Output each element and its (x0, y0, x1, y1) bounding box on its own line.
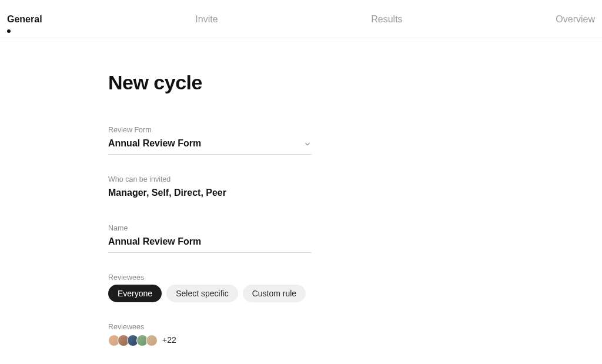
field-reviewees-list: Reviewees +22 (108, 322, 494, 346)
step-results[interactable]: Results (371, 13, 402, 32)
step-label: Overview (556, 14, 595, 24)
reviewees-avatars[interactable]: +22 (108, 335, 494, 346)
reviewees-mode-options: Everyone Select specific Custom rule (108, 285, 494, 302)
reviewees-option-everyone[interactable]: Everyone (108, 285, 162, 302)
field-name: Name Annual Review Form (108, 223, 494, 253)
main-form: New cycle Review Form Annual Review Form… (108, 38, 494, 364)
reviewees-option-custom-rule[interactable]: Custom rule (243, 285, 306, 302)
pill-label: Custom rule (252, 289, 296, 298)
pill-label: Everyone (118, 289, 152, 298)
who-invited-value-row: Manager, Self, Direct, Peer (108, 186, 312, 203)
who-invited-value: Manager, Self, Direct, Peer (108, 186, 226, 199)
name-value: Annual Review Form (108, 235, 201, 248)
reviewees-option-select-specific[interactable]: Select specific (166, 285, 238, 302)
step-label: Results (371, 14, 402, 24)
field-label: Review Form (108, 125, 494, 136)
field-reviewees-mode: Reviewees Everyone Select specific Custo… (108, 273, 494, 303)
name-input[interactable]: Annual Review Form (108, 235, 312, 252)
field-review-form: Review Form Annual Review Form (108, 125, 494, 155)
reviewees-more-count: +22 (162, 335, 176, 346)
step-label: General (7, 14, 42, 24)
pill-label: Select specific (176, 289, 228, 298)
step-overview[interactable]: Overview (556, 13, 595, 32)
field-label: Who can be invited (108, 175, 494, 185)
chevron-down-icon (303, 140, 312, 148)
step-tabs: General Invite Results Overview (0, 0, 602, 38)
review-form-select[interactable]: Annual Review Form (108, 137, 312, 154)
page-title: New cycle (108, 69, 494, 97)
review-form-value: Annual Review Form (108, 137, 201, 150)
step-invite[interactable]: Invite (195, 13, 218, 32)
avatar (146, 335, 158, 346)
field-who-invited: Who can be invited Manager, Self, Direct… (108, 175, 494, 203)
field-label: Reviewees (108, 273, 494, 283)
field-label: Name (108, 223, 494, 234)
step-general[interactable]: General (7, 13, 42, 32)
field-label: Reviewees (108, 322, 494, 333)
step-label: Invite (195, 14, 218, 24)
